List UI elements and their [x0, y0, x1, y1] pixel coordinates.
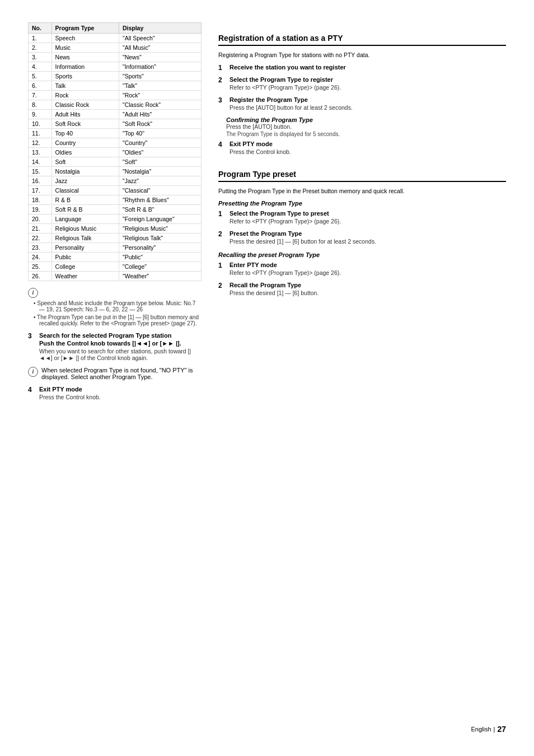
table-row: 22.Religious Talk"Religious Talk": [29, 234, 202, 243]
recall-step2-content: Recall the Program Type Press the desire…: [229, 282, 506, 297]
recall-step1-content: Enter PTY mode Refer to <PTY (Program Ty…: [229, 262, 506, 277]
table-cell-16-2: "Classical": [119, 186, 201, 195]
table-cell-0-1: Speech: [51, 34, 119, 43]
table-cell-3-1: Information: [51, 62, 119, 72]
col-header-no: No.: [29, 23, 52, 34]
note-item-1: Speech and Music include the Program typ…: [34, 300, 202, 312]
note-icon-1: i: [28, 288, 38, 298]
table-row: 16.Jazz"Jazz": [29, 176, 202, 186]
table-row: 15.Nostalgia"Nostalgia": [29, 167, 202, 176]
table-cell-2-0: 3.: [29, 53, 52, 62]
preset-step1: 1 Select the Program Type to preset Refe…: [218, 210, 506, 226]
preset-step1-desc: Refer to <PTY (Program Type)> (page 26).: [229, 218, 506, 225]
table-cell-5-0: 6.: [29, 81, 52, 91]
recalling-subtitle: Recalling the preset Program Type: [218, 251, 506, 258]
table-cell-6-0: 7.: [29, 91, 52, 100]
table-row: 9.Adult Hits"Adult Hits": [29, 110, 202, 119]
reg-step3-desc: Press the [AUTO] button for at least 2 s…: [229, 104, 506, 111]
confirming-instruction: Press the [AUTO] button.: [226, 123, 506, 130]
step3-title: Search for the selected Program Type sta…: [39, 332, 202, 339]
table-cell-13-0: 14.: [29, 157, 52, 167]
step3-section: 3 Search for the selected Program Type s…: [28, 332, 202, 380]
table-cell-18-1: Soft R & B: [51, 205, 119, 214]
reg-step3-content: Register the Program Type Press the [AUT…: [229, 96, 506, 112]
table-cell-11-0: 12.: [29, 138, 52, 148]
step3-note-text: When selected Program Type is not found,…: [41, 367, 202, 380]
table-row: 8.Classic Rock"Classic Rock": [29, 100, 202, 110]
table-row: 26.Weather"Weather": [29, 272, 202, 281]
table-cell-24-1: College: [51, 262, 119, 272]
reg-step1-number: 1: [218, 64, 226, 72]
table-row: 7.Rock"Rock": [29, 91, 202, 100]
table-cell-22-1: Personality: [51, 243, 119, 253]
preset-step2-desc: Press the desired [1] — [6] button for a…: [229, 238, 506, 245]
table-cell-15-2: "Jazz": [119, 176, 201, 186]
table-cell-3-2: "Information": [119, 62, 201, 72]
table-cell-12-0: 13.: [29, 148, 52, 157]
preset-step2-number: 2: [218, 230, 226, 246]
table-cell-9-2: "Soft Rock": [119, 119, 201, 129]
recall-step1-number: 1: [218, 262, 226, 277]
table-cell-6-2: "Rock": [119, 91, 201, 100]
recall-step2: 2 Recall the Program Type Press the desi…: [218, 282, 506, 297]
table-cell-10-1: Top 40: [51, 129, 119, 138]
footer-separator: |: [494, 726, 495, 732]
table-cell-25-2: "Weather": [119, 272, 201, 281]
table-cell-6-1: Rock: [51, 91, 119, 100]
reg-step3: 3 Register the Program Type Press the [A…: [218, 96, 506, 112]
step3: 3 Search for the selected Program Type s…: [28, 332, 202, 362]
presetting-subtitle: Presetting the Program Type: [218, 200, 506, 207]
table-cell-19-1: Language: [51, 214, 119, 224]
registration-title: Registration of a station as a PTY: [218, 34, 506, 46]
table-cell-7-1: Classic Rock: [51, 100, 119, 110]
reg-step4-title: Exit PTY mode: [229, 141, 506, 147]
step3-note-row: i When selected Program Type is not foun…: [28, 367, 202, 380]
footer-language: English: [471, 726, 491, 732]
table-cell-25-0: 26.: [29, 272, 52, 281]
table-cell-17-1: R & B: [51, 195, 119, 205]
table-cell-4-0: 5.: [29, 72, 52, 81]
reg-step4-desc: Press the Control knob.: [229, 148, 506, 155]
table-cell-15-0: 16.: [29, 176, 52, 186]
confirming-block: Confirming the Program Type Press the [A…: [226, 116, 506, 137]
table-cell-16-1: Classical: [51, 186, 119, 195]
table-cell-11-1: Country: [51, 138, 119, 148]
table-cell-20-2: "Religious Music": [119, 224, 201, 234]
table-row: 24.Public"Public": [29, 253, 202, 262]
table-row: 19.Soft R & B"Soft R & B": [29, 205, 202, 214]
step4-left-desc: Press the Control knob.: [39, 394, 202, 400]
table-cell-0-2: "All Speech": [119, 34, 201, 43]
right-column: Registration of a station as a PTY Regis…: [218, 22, 506, 406]
table-cell-22-0: 23.: [29, 243, 52, 253]
table-cell-21-1: Religious Talk: [51, 234, 119, 243]
table-cell-5-1: Talk: [51, 81, 119, 91]
table-row: 18.R & B"Rhythm & Blues": [29, 195, 202, 205]
table-cell-24-0: 25.: [29, 262, 52, 272]
table-cell-4-2: "Sports": [119, 72, 201, 81]
reg-step2-desc: Refer to <PTY (Program Type)> (page 26).: [229, 84, 506, 91]
table-cell-1-2: "All Music": [119, 43, 201, 53]
preset-intro: Putting the Program Type in the Preset b…: [218, 188, 506, 194]
table-cell-19-0: 20.: [29, 214, 52, 224]
table-cell-21-2: "Religious Talk": [119, 234, 201, 243]
table-row: 14.Soft"Soft": [29, 157, 202, 167]
table-cell-10-2: "Top 40": [119, 129, 201, 138]
table-cell-18-0: 19.: [29, 205, 52, 214]
table-cell-3-0: 4.: [29, 62, 52, 72]
table-cell-7-0: 8.: [29, 100, 52, 110]
table-cell-16-0: 17.: [29, 186, 52, 195]
recall-step1: 1 Enter PTY mode Refer to <PTY (Program …: [218, 262, 506, 277]
step3-instruction: Push the Control knob towards [|◄◄] or […: [39, 340, 202, 347]
preset-step2-title: Preset the Program Type: [229, 230, 506, 237]
reg-step2-title: Select the Program Type to register: [229, 76, 506, 83]
reg-step2-content: Select the Program Type to register Refe…: [229, 76, 506, 92]
step3-content: Search for the selected Program Type sta…: [39, 332, 202, 362]
table-cell-23-2: "Public": [119, 253, 201, 262]
table-row: 20.Language"Foreign Language": [29, 214, 202, 224]
table-cell-20-0: 21.: [29, 224, 52, 234]
preset-step1-content: Select the Program Type to preset Refer …: [229, 210, 506, 226]
preset-step1-number: 1: [218, 210, 226, 226]
step4-left-title: Exit PTY mode: [39, 386, 202, 393]
table-cell-0-0: 1.: [29, 34, 52, 43]
table-row: 3.News"News": [29, 53, 202, 62]
